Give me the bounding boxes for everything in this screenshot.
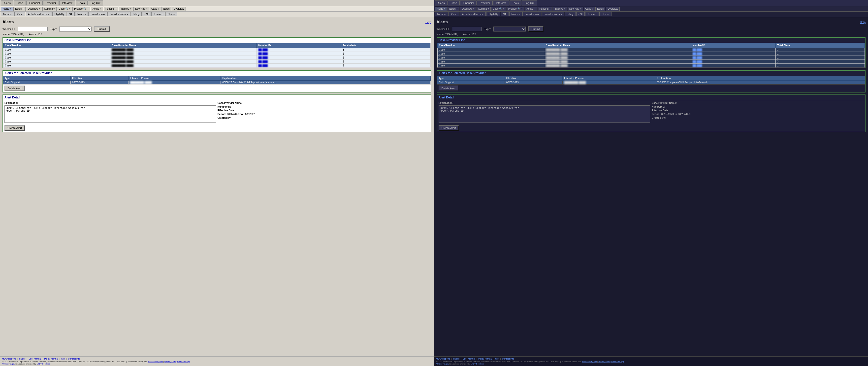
nav-case-dark[interactable]: Case bbox=[448, 0, 460, 5]
case-provider-table-scroll[interactable]: Case/Provider Case/Provider Name Number/… bbox=[3, 43, 431, 68]
footer-edocs-dark[interactable]: eDocs bbox=[453, 358, 460, 360]
worker-id-input-dark[interactable] bbox=[452, 27, 482, 31]
table-row-dark[interactable]: Case ████████ ████ ██,███ 1 bbox=[437, 56, 865, 60]
footer-edocs[interactable]: eDocs bbox=[19, 358, 26, 360]
case-provider-table-scroll-dark[interactable]: Case/Provider Case/Provider Name Number/… bbox=[437, 43, 865, 68]
table-row[interactable]: Case ████████ ████ ██,███ 1 bbox=[3, 52, 430, 56]
footer-policy-manual[interactable]: Policy Manual bbox=[44, 358, 58, 360]
tb-provider-dark[interactable]: Provider🔍 + bbox=[506, 7, 524, 11]
tb-caseno-dark[interactable]: Case # bbox=[584, 7, 595, 11]
sub-billing-dark[interactable]: Billing bbox=[565, 12, 576, 16]
table-row-dark[interactable]: Case ████████ ████ ██,███ 1 bbox=[437, 52, 865, 56]
sub-notices-dark[interactable]: Notices bbox=[509, 12, 522, 16]
sub-claims-dark[interactable]: Claims bbox=[599, 12, 612, 16]
sub-transfer-dark[interactable]: Transfer bbox=[585, 12, 599, 16]
tb-notes2[interactable]: Notes bbox=[161, 7, 172, 11]
nav-logout-dark[interactable]: Log Out bbox=[522, 0, 537, 5]
tb-active-dark[interactable]: Active + bbox=[525, 7, 537, 11]
footer-mec2[interactable]: MEC² Reports bbox=[2, 358, 16, 360]
submit-button-dark[interactable]: Submit bbox=[528, 26, 544, 32]
tb-provider[interactable]: Provider🔍 + bbox=[72, 7, 90, 11]
submit-button[interactable]: Submit bbox=[94, 26, 110, 32]
sub-case[interactable]: Case bbox=[15, 12, 25, 16]
table-row-dark[interactable]: Case ████████ ████ ██,███ 3 bbox=[437, 48, 865, 52]
footer-privacy-dark[interactable]: Privacy and System Security bbox=[598, 361, 624, 363]
tb-notes[interactable]: Notes + bbox=[13, 7, 26, 11]
nav-financial-dark[interactable]: Financial bbox=[460, 0, 476, 5]
nav-infoview[interactable]: InfoView bbox=[59, 0, 75, 5]
sub-case-dark[interactable]: Case bbox=[449, 12, 459, 16]
tb-newapp-dark[interactable]: New App + bbox=[567, 7, 583, 11]
tb-alerts-dark[interactable]: Alerts + bbox=[435, 7, 447, 11]
sub-provider-info[interactable]: Provider Info bbox=[88, 12, 107, 16]
tb-active[interactable]: Active + bbox=[91, 7, 103, 11]
nav-case[interactable]: Case bbox=[14, 0, 26, 5]
table-row[interactable]: Case ████████ ████ ██,███ 1 bbox=[3, 56, 430, 60]
sub-claims[interactable]: Claims bbox=[165, 12, 178, 16]
sub-eligibility[interactable]: Eligibility bbox=[52, 12, 66, 16]
nav-alerts[interactable]: Alerts bbox=[1, 0, 13, 5]
nav-logout[interactable]: Log Out bbox=[88, 0, 103, 5]
tb-notes2-dark[interactable]: Notes bbox=[595, 7, 605, 11]
explanation-textarea-dark[interactable]: 08/08/23 Complete Child Support Interfac… bbox=[439, 105, 650, 123]
sub-sa[interactable]: SA bbox=[67, 12, 75, 16]
footer-mnit-dark[interactable]: MNIT Services bbox=[471, 363, 484, 365]
footer-user-manual[interactable]: User Manual bbox=[29, 358, 41, 360]
tb-overview[interactable]: Overview + bbox=[26, 7, 42, 11]
tb-notes-dark[interactable]: Notes + bbox=[447, 7, 460, 11]
tb-summary[interactable]: Summary bbox=[42, 7, 57, 11]
tb-client[interactable]: Client🔍 + bbox=[57, 7, 72, 11]
help-link-dark[interactable]: Help bbox=[860, 21, 866, 24]
delete-alert-button[interactable]: Delete Alert bbox=[4, 86, 25, 91]
tb-alerts[interactable]: Alerts + bbox=[1, 7, 13, 11]
sub-notices[interactable]: Notices bbox=[75, 12, 88, 16]
nav-financial[interactable]: Financial bbox=[26, 0, 43, 5]
type-select-dark[interactable] bbox=[493, 27, 526, 32]
delete-alert-button-dark[interactable]: Delete Alert bbox=[439, 86, 459, 91]
tb-pending-dark[interactable]: Pending + bbox=[537, 7, 552, 11]
tb-overview-dark[interactable]: Overview + bbox=[460, 7, 476, 11]
sub-provider-notices[interactable]: Provider Notices bbox=[107, 12, 130, 16]
explanation-textarea[interactable]: 08/08/23 Complete Child Support Interfac… bbox=[4, 105, 216, 123]
sub-transfer[interactable]: Transfer bbox=[151, 12, 165, 16]
footer-policy-manual-dark[interactable]: Policy Manual bbox=[478, 358, 492, 360]
sub-csi-dark[interactable]: CSI bbox=[576, 12, 585, 16]
footer-contact[interactable]: Contact Info bbox=[68, 358, 80, 360]
footer-access-dark[interactable]: Accessibility Info bbox=[582, 361, 597, 363]
footer-mec2-dark[interactable]: MEC² Reports bbox=[436, 358, 450, 360]
create-alert-button-dark[interactable]: Create Alert bbox=[439, 125, 459, 131]
footer-access[interactable]: Accessibility Info bbox=[148, 361, 163, 363]
footer-privacy[interactable]: Privacy and System Security bbox=[164, 361, 190, 363]
footer-mn-gov-dark[interactable]: Minnesota.gov bbox=[436, 363, 449, 365]
sub-activity[interactable]: Activity and Income bbox=[26, 12, 52, 16]
nav-infoview-dark[interactable]: InfoView bbox=[493, 0, 509, 5]
sub-provider-info-dark[interactable]: Provider Info bbox=[522, 12, 541, 16]
nav-provider[interactable]: Provider bbox=[43, 0, 59, 5]
sub-activity-dark[interactable]: Activity and Income bbox=[460, 12, 486, 16]
table-row[interactable]: Case ████████ ████ ██,███ 3 bbox=[3, 60, 430, 64]
tb-inactive[interactable]: Inactive + bbox=[119, 7, 133, 11]
help-link-light[interactable]: Help bbox=[426, 21, 431, 24]
footer-user-manual-dark[interactable]: User Manual bbox=[463, 358, 475, 360]
table-row-dark[interactable]: Case ████████ ████ ██,███ 1 bbox=[437, 64, 865, 68]
sub-csi[interactable]: CSI bbox=[142, 12, 151, 16]
table-row[interactable]: Case ████████ ████ ██,███ 3 bbox=[3, 48, 430, 52]
table-row-dark[interactable]: Case ████████ ████ ██,███ 3 bbox=[437, 60, 865, 64]
worker-id-input[interactable] bbox=[18, 27, 48, 31]
nav-tools[interactable]: Tools bbox=[76, 0, 88, 5]
create-alert-button[interactable]: Create Alert bbox=[4, 125, 25, 131]
tb-caseno[interactable]: Case # bbox=[150, 7, 161, 11]
tb-overview2-dark[interactable]: Overview bbox=[606, 7, 620, 11]
sub-sa-dark[interactable]: SA bbox=[501, 12, 508, 16]
type-select[interactable] bbox=[59, 27, 92, 32]
tb-summary-dark[interactable]: Summary bbox=[476, 7, 491, 11]
table-row[interactable]: Case ████████ ████ ██,███ 1 bbox=[3, 64, 430, 68]
sub-billing[interactable]: Billing bbox=[130, 12, 142, 16]
sub-member-dark[interactable]: Member bbox=[435, 12, 449, 16]
sub-eligibility-dark[interactable]: Eligibility bbox=[486, 12, 500, 16]
tb-inactive-dark[interactable]: Inactive + bbox=[553, 7, 567, 11]
tb-client-dark[interactable]: Client🔍 + bbox=[491, 7, 506, 11]
nav-tools-dark[interactable]: Tools bbox=[509, 0, 522, 5]
alert-row-dark[interactable]: Child Support 08/07/2023 ████████ ████ 0… bbox=[437, 80, 865, 85]
footer-mnit[interactable]: MNIT Services bbox=[37, 363, 50, 365]
